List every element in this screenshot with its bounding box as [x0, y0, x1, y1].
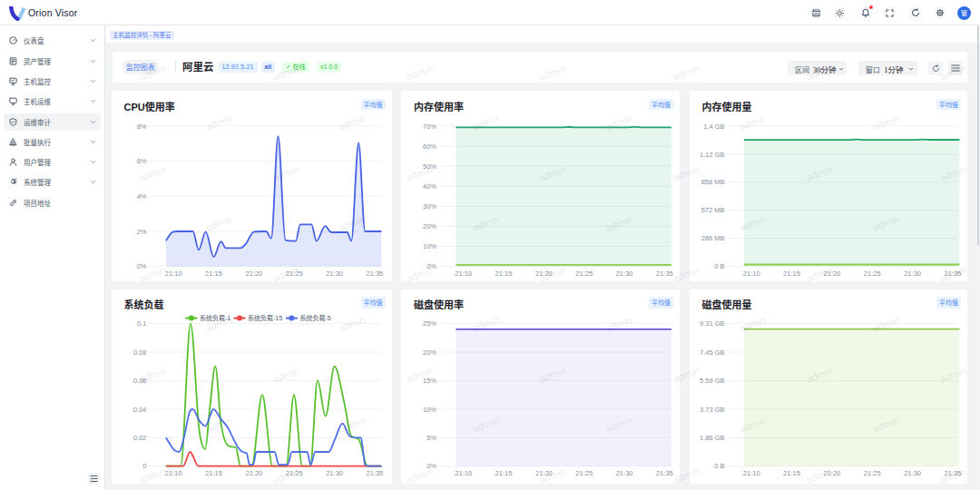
- svg-text:21:30: 21:30: [904, 469, 921, 477]
- svg-text:0 B: 0 B: [714, 462, 724, 470]
- svg-text:9.31 GB: 9.31 GB: [700, 319, 725, 328]
- svg-text:5.59 GB: 5.59 GB: [700, 377, 725, 385]
- svg-text:21:10: 21:10: [743, 469, 760, 477]
- svg-text:21:20: 21:20: [824, 469, 841, 477]
- svg-text:21:15: 21:15: [783, 469, 800, 477]
- svg-text:21:35: 21:35: [945, 469, 962, 477]
- svg-text:7.45 GB: 7.45 GB: [700, 348, 725, 357]
- svg-text:1.86 GB: 1.86 GB: [700, 434, 725, 442]
- svg-text:21:25: 21:25: [864, 469, 881, 477]
- svg-text:3.73 GB: 3.73 GB: [700, 406, 725, 414]
